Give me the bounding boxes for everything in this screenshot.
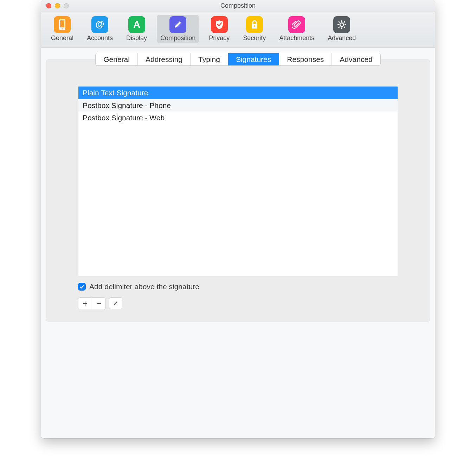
list-item[interactable]: Postbox Signature - Phone xyxy=(78,99,398,112)
tab-addressing[interactable]: Addressing xyxy=(138,53,191,65)
list-item-label: Plain Text Signature xyxy=(83,89,148,97)
gear-icon xyxy=(333,16,350,33)
svg-line-13 xyxy=(344,27,345,28)
toolbar-item-label: Display xyxy=(126,34,147,42)
plus-icon xyxy=(82,301,88,306)
svg-line-14 xyxy=(339,27,340,28)
svg-line-15 xyxy=(344,21,345,23)
preferences-toolbar: General @ Accounts A Display Composition… xyxy=(41,12,435,48)
add-signature-button[interactable] xyxy=(78,298,92,310)
edit-signature-button[interactable] xyxy=(109,297,122,309)
delimiter-checkbox-row: Add delimiter above the signature xyxy=(78,282,398,291)
list-item[interactable]: Plain Text Signature xyxy=(78,87,398,99)
add-delimiter-label: Add delimiter above the signature xyxy=(89,282,199,291)
pencil-icon xyxy=(113,300,118,306)
minus-icon xyxy=(96,301,102,306)
toolbar-item-label: Composition xyxy=(160,34,195,42)
toolbar-item-advanced[interactable]: Advanced xyxy=(324,15,359,43)
toolbar-item-accounts[interactable]: @ Accounts xyxy=(83,15,116,43)
tab-typing[interactable]: Typing xyxy=(191,53,228,65)
tab-label: Signatures xyxy=(236,55,271,64)
pencil-icon xyxy=(169,16,186,33)
toolbar-item-security[interactable]: Security xyxy=(239,15,269,43)
toolbar-item-label: Security xyxy=(243,34,266,42)
toolbar-item-privacy[interactable]: Privacy xyxy=(205,15,233,43)
svg-rect-1 xyxy=(60,20,64,27)
signatures-list[interactable]: Plain Text Signature Postbox Signature -… xyxy=(78,86,398,276)
svg-text:A: A xyxy=(133,19,140,30)
letter-a-icon: A xyxy=(128,16,145,33)
tab-label: Addressing xyxy=(146,55,182,64)
list-item-label: Postbox Signature - Web xyxy=(83,114,165,122)
tab-signatures[interactable]: Signatures xyxy=(228,53,279,65)
signature-action-row xyxy=(78,297,398,310)
svg-text:@: @ xyxy=(95,19,104,29)
shield-icon xyxy=(211,16,228,33)
tab-advanced[interactable]: Advanced xyxy=(332,53,380,65)
preferences-window: Composition General @ Accounts A Display… xyxy=(41,0,435,438)
toolbar-item-display[interactable]: A Display xyxy=(123,15,150,43)
remove-signature-button[interactable] xyxy=(92,298,105,310)
list-item-label: Postbox Signature - Phone xyxy=(83,101,171,109)
add-delimiter-checkbox[interactable] xyxy=(78,283,86,291)
content-area: General Addressing Typing Signatures Res… xyxy=(41,48,435,333)
toolbar-item-general[interactable]: General xyxy=(47,15,77,43)
svg-point-6 xyxy=(254,25,255,27)
check-icon xyxy=(79,284,85,290)
svg-line-12 xyxy=(339,21,340,23)
add-remove-button-group xyxy=(78,297,105,310)
toolbar-item-label: Advanced xyxy=(328,34,356,42)
tab-label: Advanced xyxy=(340,55,372,64)
toolbar-item-label: General xyxy=(51,34,73,42)
list-item[interactable]: Postbox Signature - Web xyxy=(78,112,398,124)
tab-label: Typing xyxy=(198,55,220,64)
subtab-bar: General Addressing Typing Signatures Res… xyxy=(95,53,381,66)
subtab-bar-wrap: General Addressing Typing Signatures Res… xyxy=(46,53,430,66)
toolbar-item-attachments[interactable]: Attachments xyxy=(276,15,318,43)
titlebar: Composition xyxy=(41,0,435,12)
minimize-window-button[interactable] xyxy=(55,3,60,8)
toolbar-item-label: Attachments xyxy=(279,34,314,42)
tab-label: General xyxy=(103,55,130,64)
window-footer-empty xyxy=(41,333,435,438)
zoom-window-button[interactable] xyxy=(64,3,69,8)
lock-icon xyxy=(246,16,263,33)
traffic-lights xyxy=(46,3,69,8)
toolbar-item-label: Accounts xyxy=(87,34,113,42)
toolbar-item-label: Privacy xyxy=(209,34,230,42)
signatures-panel: Plain Text Signature Postbox Signature -… xyxy=(46,59,430,322)
window-title: Composition xyxy=(41,2,435,9)
paperclip-icon xyxy=(288,16,305,33)
phone-icon xyxy=(54,16,71,33)
toolbar-item-composition[interactable]: Composition xyxy=(157,15,199,43)
tab-general[interactable]: General xyxy=(96,53,138,65)
svg-point-7 xyxy=(340,23,343,26)
svg-point-2 xyxy=(62,28,63,29)
at-icon: @ xyxy=(91,16,108,33)
tab-label: Responses xyxy=(287,55,324,64)
close-window-button[interactable] xyxy=(46,3,51,8)
tab-responses[interactable]: Responses xyxy=(279,53,332,65)
